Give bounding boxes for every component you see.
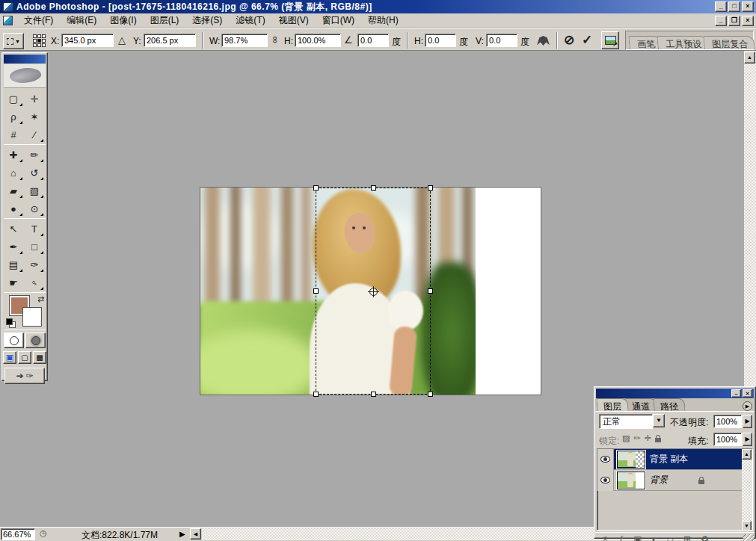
doc-minimize-button[interactable]: _ xyxy=(715,16,727,26)
window-close-button[interactable]: × xyxy=(742,1,754,12)
scroll-left-icon[interactable]: ◀ xyxy=(190,528,201,540)
doc-restore-button[interactable]: ❐ xyxy=(728,16,740,26)
canvas[interactable] xyxy=(200,188,541,395)
opacity-field[interactable]: 100% xyxy=(713,415,742,428)
y-input[interactable]: 206.5 px xyxy=(144,34,196,47)
menu-file[interactable]: 文件(F) xyxy=(17,13,60,28)
menu-image[interactable]: 图像(I) xyxy=(103,13,143,28)
transform-handle-bottom-left[interactable] xyxy=(313,392,319,397)
tab-channels[interactable]: 通道 xyxy=(624,398,657,411)
tool-brush[interactable]: ✏ xyxy=(24,146,45,164)
panel-minimize-button[interactable]: – xyxy=(731,389,741,398)
scroll-down-icon[interactable]: ▼ xyxy=(742,521,752,531)
opacity-spinner-icon[interactable]: ▶ xyxy=(743,415,752,428)
toolbox-titlebar[interactable] xyxy=(4,55,46,64)
visibility-cell[interactable] xyxy=(597,449,614,470)
adjustment-layer-icon[interactable]: ◐ xyxy=(652,534,657,541)
layer-thumbnail[interactable] xyxy=(617,451,645,469)
tool-history-brush[interactable]: ↺ xyxy=(24,164,45,182)
quick-mask-mode-button[interactable] xyxy=(25,333,46,348)
palette-tab-layer-comps[interactable]: 图层复合 xyxy=(703,36,755,49)
blend-dropdown-icon[interactable]: ▼ xyxy=(653,414,665,427)
layer-name[interactable]: 背景 副本 xyxy=(650,453,688,466)
delete-layer-icon[interactable]: ♻ xyxy=(701,534,709,541)
lock-all-icon[interactable] xyxy=(655,438,661,442)
tool-dodge[interactable]: ⊙ xyxy=(24,200,45,217)
file-browser-button[interactable] xyxy=(601,31,619,49)
fill-field[interactable]: 100% xyxy=(713,433,742,446)
transform-handle-bottom-right[interactable] xyxy=(428,392,433,397)
menu-help[interactable]: 帮助(H) xyxy=(361,13,405,28)
tool-pen[interactable]: ✒ xyxy=(3,238,24,256)
layer-mask-icon[interactable]: ▣ xyxy=(633,534,642,541)
reference-point-locator[interactable] xyxy=(33,34,46,47)
new-layer-icon[interactable]: ⊞ xyxy=(683,534,691,541)
layer-row-background-copy[interactable]: 背景 副本 xyxy=(597,449,752,470)
tool-eyedropper[interactable]: ✑ xyxy=(24,256,45,273)
blend-mode-select[interactable]: 正常 ▼ xyxy=(599,414,665,429)
swap-colors-icon[interactable]: ⇄ xyxy=(37,294,44,304)
standard-mode-button[interactable] xyxy=(4,333,24,348)
tool-magic-wand[interactable]: ✶ xyxy=(24,108,45,126)
layer-style-icon[interactable]: ƒ xyxy=(619,534,624,541)
panel-resize-grip[interactable] xyxy=(743,534,754,541)
layer-list-scrollbar[interactable]: ▲ ▼ xyxy=(742,449,752,531)
layer-name[interactable]: 背景 xyxy=(650,474,668,486)
tool-eraser[interactable]: ▰ xyxy=(3,182,24,200)
lock-paint-icon[interactable]: ✏ xyxy=(633,433,640,443)
tool-slice[interactable]: ∕ xyxy=(24,126,45,143)
menu-window[interactable]: 窗口(W) xyxy=(316,13,361,28)
window-maximize-button[interactable]: □ xyxy=(728,1,740,12)
tool-rect-marquee[interactable]: ▢ xyxy=(3,90,24,108)
cancel-transform-icon[interactable]: ⊘ xyxy=(564,32,574,48)
blend-mode-value[interactable]: 正常 xyxy=(599,414,653,429)
background-color-swatch[interactable] xyxy=(23,308,41,326)
transform-handle-top-right[interactable] xyxy=(428,185,433,191)
panel-close-button[interactable]: × xyxy=(743,389,752,398)
zoom-level-field[interactable]: 66.67% xyxy=(1,528,35,540)
doc-close-button[interactable]: × xyxy=(742,16,754,26)
link-icon[interactable]: ∞ xyxy=(270,37,281,43)
scroll-up-icon[interactable]: ▲ xyxy=(742,449,752,460)
transform-handle-top-center[interactable] xyxy=(371,185,376,191)
visibility-cell[interactable] xyxy=(597,470,614,491)
lock-position-icon[interactable]: ✛ xyxy=(645,433,651,443)
hskew-input[interactable]: 0.0 xyxy=(425,34,456,47)
layer-row-background[interactable]: 背景 xyxy=(597,470,752,491)
fill-spinner-icon[interactable]: ▶ xyxy=(743,433,752,446)
tool-path-select[interactable]: ↖ xyxy=(3,220,24,238)
commit-transform-icon[interactable]: ✓ xyxy=(582,32,592,48)
tool-healing-brush[interactable]: ✚ xyxy=(3,146,24,164)
tool-crop[interactable]: # xyxy=(3,126,24,143)
tool-clone-stamp[interactable]: ⌂ xyxy=(3,164,24,182)
fullscreen-menubar-button[interactable]: ▢ xyxy=(18,351,31,364)
transform-bounding-box[interactable] xyxy=(316,188,431,395)
jump-to-imageready-button[interactable]: ➔✑ xyxy=(4,368,45,384)
tool-shape[interactable]: □ xyxy=(24,238,45,256)
menu-filter[interactable]: 滤镜(T) xyxy=(229,13,271,28)
photoshop-logo[interactable] xyxy=(4,64,46,88)
rotate-input[interactable]: 0.0 xyxy=(357,34,389,47)
menu-select[interactable]: 选择(S) xyxy=(185,13,229,28)
layer-group-icon[interactable]: ▱ xyxy=(667,534,674,541)
tool-hand[interactable]: ☛ xyxy=(3,273,24,291)
transform-handle-bottom-center[interactable] xyxy=(371,392,376,397)
default-colors-icon[interactable] xyxy=(6,318,14,327)
layer-thumbnail[interactable] xyxy=(617,472,645,489)
transform-handle-mid-right[interactable] xyxy=(428,288,433,294)
tool-notes[interactable]: ▤ xyxy=(3,256,24,273)
transform-handle-mid-left[interactable] xyxy=(313,288,319,294)
width-input[interactable]: 98.7% xyxy=(221,34,268,47)
link-layers-icon[interactable]: ∞ xyxy=(600,536,611,541)
tool-lasso[interactable]: ρ xyxy=(3,108,24,126)
standard-screen-button[interactable]: ▣ xyxy=(3,351,16,364)
menu-edit[interactable]: 编辑(E) xyxy=(60,13,103,28)
lock-transparency-icon[interactable]: ▨ xyxy=(622,433,630,443)
transform-reference-point[interactable] xyxy=(369,288,378,296)
tool-gradient[interactable]: ▧ xyxy=(24,182,45,200)
fullscreen-button[interactable]: ▩ xyxy=(33,351,46,364)
transform-handle-top-left[interactable] xyxy=(313,185,319,191)
tool-zoom[interactable]: ♀ xyxy=(24,273,45,291)
tool-move[interactable]: ✛ xyxy=(24,90,45,108)
status-menu-arrow-icon[interactable]: ▶ xyxy=(179,530,185,538)
